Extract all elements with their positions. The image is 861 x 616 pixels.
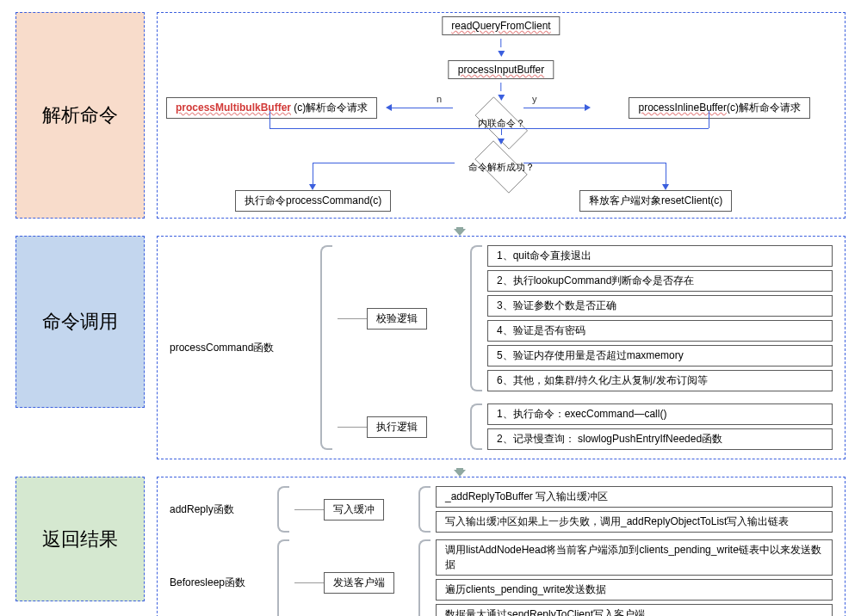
exec-item: 2、记录慢查询： slowlogPushEntryIfNeeded函数 [487,428,833,450]
exec-list: 1、执行命令：execCommand—call() 2、记录慢查询： slowl… [487,403,833,450]
send-item: 数据量大通过sendReplyToClient写入客户端 [436,604,833,616]
invoke-panel: processCommand函数 校验逻辑 1、quit命令直接退出 2、执行l… [157,236,846,459]
section-parse: 解析命令 [15,12,145,219]
send-item: 遍历clients_pending_write发送数据 [436,579,833,601]
check-item: 6、其他，如集群/持久化/主从复制/发布订阅等 [487,370,833,391]
node-exec: 执行命令processCommand(c) [235,190,391,212]
result-sub-buf: 写入缓冲 [324,499,384,521]
flow-arrow-1 [74,227,846,236]
section-invoke-label: 命令调用 [42,309,118,335]
node-multibulk: processMultibulkBuffer (c)解析命令请求 [166,97,377,119]
node-readquery: readQueryFromClient [442,16,560,35]
result-sub-send: 发送客户端 [324,572,394,594]
label-n: n [437,94,442,104]
check-item: 2、执行lookupCommand判断命令是否存在 [487,270,833,292]
check-item: 3、验证参数个数是否正确 [487,295,833,317]
flow-arrow-2 [74,468,846,477]
node-procinput: processInputBuffer [449,60,554,79]
invoke-sub-exec: 执行逻辑 [367,416,427,438]
node-inline: processInlineBuffer(c)解析命令请求 [629,97,810,119]
section-invoke: 命令调用 [15,236,145,408]
label-y: y [532,94,537,104]
check-list: 1、quit命令直接退出 2、执行lookupCommand判断命令是否存在 3… [487,245,833,391]
buf-item: 写入输出缓冲区如果上一步失败，调用_addReplyObjectToList写入… [436,511,833,533]
buf-list: _addReplyToBuffer 写入输出缓冲区 写入输出缓冲区如果上一步失败… [436,486,833,533]
node-release: 释放客户端对象resetClient(c) [579,190,732,212]
section-parse-label: 解析命令 [42,102,118,128]
buf-item: _addReplyToBuffer 写入输出缓冲区 [436,486,833,508]
exec-item: 1、执行命令：execCommand—call() [487,403,833,425]
invoke-lead: processCommand函数 [170,341,274,355]
section-result-label: 返回结果 [42,527,118,552]
check-item: 4、验证是否有密码 [487,320,833,342]
send-pre-item: 调用listAddNodeHead将当前客户端添加到clients_pendin… [436,539,833,576]
check-item: 1、quit命令直接退出 [487,245,833,267]
result-lead1: addReply函数 [170,502,234,517]
send-list: 调用listAddNodeHead将当前客户端添加到clients_pendin… [436,539,833,616]
check-item: 5、验证内存使用量是否超过maxmemory [487,345,833,367]
invoke-sub-check: 校验逻辑 [367,308,427,330]
result-lead2: Beforesleep函数 [170,576,245,590]
parse-panel: readQueryFromClient processInputBuffer 内… [157,12,846,219]
decision-parse-ok: 命令解析成功？ [467,148,536,186]
section-result: 返回结果 [15,477,145,601]
result-panel: addReply函数 写入缓冲 _addReplyToBuffer 写入输出缓冲… [157,477,846,616]
